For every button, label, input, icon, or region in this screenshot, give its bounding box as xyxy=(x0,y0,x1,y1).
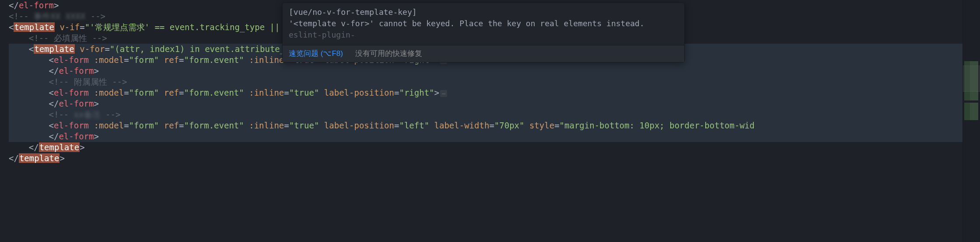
minimap[interactable] xyxy=(962,0,980,242)
code-line[interactable]: </el-form> xyxy=(9,66,980,76)
code-line[interactable]: <el-form :model="form" ref="form.event" … xyxy=(9,120,980,131)
code-line[interactable]: <!-- xx备注 --> xyxy=(9,109,980,120)
fold-marker-icon[interactable]: ⋯ xyxy=(440,90,447,97)
code-line[interactable]: <el-form :model="form" ref="form.event" … xyxy=(9,87,980,98)
peek-problem-link[interactable]: 速览问题 (⌥F8) xyxy=(289,48,343,59)
tooltip-rule-id: [vue/no-v-for-template-key] xyxy=(289,7,678,18)
code-line[interactable]: </template> xyxy=(9,153,980,164)
code-line[interactable]: </template> xyxy=(9,142,980,153)
code-line[interactable]: </el-form> xyxy=(9,98,980,109)
problem-hover-tooltip: [vue/no-v-for-template-key] '<template v… xyxy=(282,3,685,62)
tooltip-body: [vue/no-v-for-template-key] '<template v… xyxy=(283,3,684,45)
tooltip-actions: 速览问题 (⌥F8) 没有可用的快速修复 xyxy=(283,45,684,62)
code-line[interactable]: <!-- 附属属性 --> xyxy=(9,76,980,87)
minimap-viewport[interactable] xyxy=(963,66,980,92)
tooltip-message: '<template v-for>' cannot be keyed. Plac… xyxy=(289,19,644,28)
code-line[interactable]: </el-form> xyxy=(9,131,980,142)
no-quickfix-label: 没有可用的快速修复 xyxy=(355,48,422,59)
